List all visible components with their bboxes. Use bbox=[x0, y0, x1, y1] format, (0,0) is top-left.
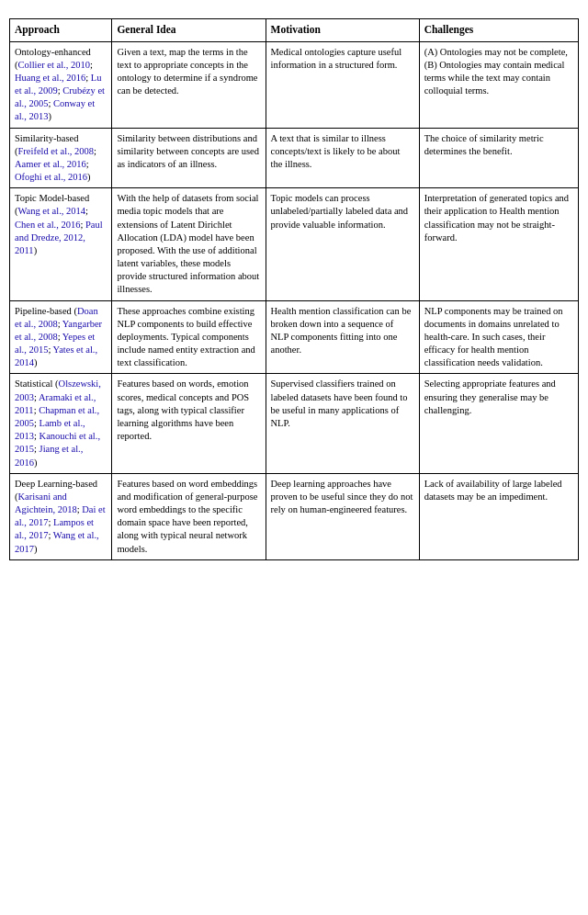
cell-motivation: Supervised classifiers trained on labele… bbox=[266, 374, 419, 473]
cell-approach: Statistical (Olszewski, 2003; Aramaki et… bbox=[10, 374, 112, 473]
cell-challenges: The choice of similarity metric determin… bbox=[419, 128, 578, 188]
table-row: Statistical (Olszewski, 2003; Aramaki et… bbox=[10, 374, 579, 473]
cell-general-idea: With the help of datasets from social me… bbox=[112, 188, 266, 300]
cell-general-idea: Features based on word embeddings and mo… bbox=[112, 473, 266, 559]
comparison-table: Approach General Idea Motivation Challen… bbox=[9, 18, 579, 560]
cell-general-idea: Similarity between distributions and sim… bbox=[112, 128, 266, 188]
cell-general-idea: Given a text, map the terms in the text … bbox=[112, 41, 266, 128]
cell-motivation: Topic models can process unlabeled/parti… bbox=[266, 188, 419, 300]
header-general-idea: General Idea bbox=[112, 19, 266, 42]
table-row: Ontology-enhanced (Collier et al., 2010;… bbox=[10, 41, 579, 128]
cell-challenges: Interpretation of generated topics and t… bbox=[419, 188, 578, 300]
table-row: Deep Learning-based (Karisani and Agicht… bbox=[10, 473, 579, 559]
header-row: Approach General Idea Motivation Challen… bbox=[10, 19, 579, 42]
cell-approach: Ontology-enhanced (Collier et al., 2010;… bbox=[10, 41, 112, 128]
cell-approach: Topic Model-based (Wang et al., 2014; Ch… bbox=[10, 188, 112, 300]
cell-general-idea: These approaches combine existing NLP co… bbox=[112, 300, 266, 374]
header-motivation: Motivation bbox=[266, 19, 419, 42]
cell-challenges: NLP components may be trained on documen… bbox=[419, 300, 578, 374]
header-challenges: Challenges bbox=[419, 19, 578, 42]
cell-motivation: Medical ontologies capture useful inform… bbox=[266, 41, 419, 128]
cell-general-idea: Features based on words, emotion scores,… bbox=[112, 374, 266, 473]
cell-motivation: Deep learning approaches have proven to … bbox=[266, 473, 419, 559]
table-row: Similarity-based (Freifeld et al., 2008;… bbox=[10, 128, 579, 188]
cell-approach: Pipeline-based (Doan et al., 2008; Yanga… bbox=[10, 300, 112, 374]
main-table-container: Approach General Idea Motivation Challen… bbox=[9, 18, 579, 560]
cell-motivation: Health mention classification can be bro… bbox=[266, 300, 419, 374]
cell-challenges: (A) Ontologies may not be complete, (B) … bbox=[419, 41, 578, 128]
table-row: Topic Model-based (Wang et al., 2014; Ch… bbox=[10, 188, 579, 300]
cell-approach: Deep Learning-based (Karisani and Agicht… bbox=[10, 473, 112, 559]
cell-challenges: Lack of availability of large labeled da… bbox=[419, 473, 578, 559]
cell-challenges: Selecting appropriate features and ensur… bbox=[419, 374, 578, 473]
header-approach: Approach bbox=[10, 19, 112, 42]
table-row: Pipeline-based (Doan et al., 2008; Yanga… bbox=[10, 300, 579, 374]
cell-motivation: A text that is similar to illness concep… bbox=[266, 128, 419, 188]
cell-approach: Similarity-based (Freifeld et al., 2008;… bbox=[10, 128, 112, 188]
